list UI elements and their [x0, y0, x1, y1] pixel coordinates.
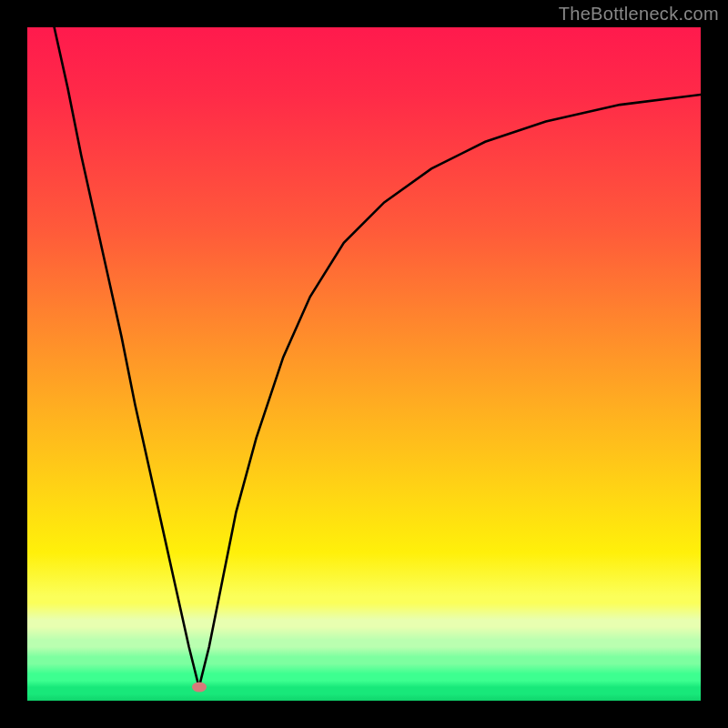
- watermark-text: TheBottleneck.com: [559, 4, 719, 25]
- plot-background-gradient: [27, 27, 701, 701]
- minimum-marker: [192, 682, 207, 693]
- chart-frame: TheBottleneck.com: [0, 0, 728, 728]
